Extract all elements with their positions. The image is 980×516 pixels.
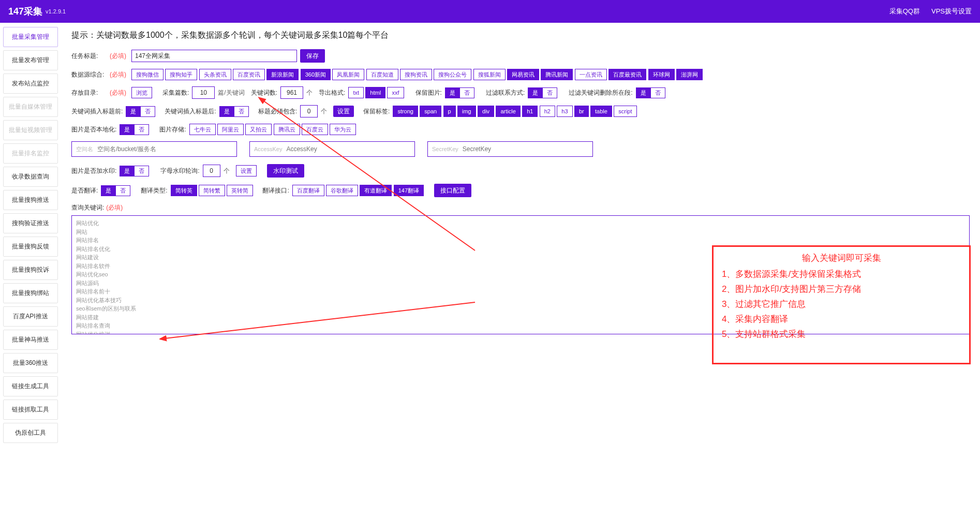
watermark-rotation-input[interactable] — [203, 165, 220, 177]
link-qq-group[interactable]: 采集QQ群 — [889, 7, 920, 16]
sidebar-item-0[interactable]: 批量采集管理 — [3, 27, 58, 47]
bucket-field[interactable]: 空间名 — [71, 141, 237, 157]
translate-type-1[interactable]: 简转繁 — [199, 185, 225, 196]
title-must-count-input[interactable] — [300, 105, 318, 117]
translate-type-2[interactable]: 英转简 — [227, 185, 253, 196]
keep-tag-7[interactable]: h2 — [540, 106, 555, 117]
watermark-否[interactable]: 否 — [135, 166, 149, 176]
sidebar-item-13[interactable]: 批量神马推送 — [3, 330, 58, 350]
keep-tag-10[interactable]: table — [590, 106, 612, 117]
source-tag-7[interactable]: 百度知道 — [366, 69, 398, 80]
keep-tag-4[interactable]: div — [478, 106, 494, 117]
source-tag-13[interactable]: 一点资讯 — [575, 69, 607, 80]
keep-tag-6[interactable]: h1 — [522, 106, 538, 117]
translate-config-button[interactable]: 接口配置 — [434, 184, 471, 197]
source-tag-4[interactable]: 新浪新闻 — [266, 69, 299, 80]
sidebar-item-14[interactable]: 批量360推送 — [3, 353, 58, 373]
translate-api-3[interactable]: 147翻译 — [394, 185, 424, 196]
filter-contact-是[interactable]: 是 — [528, 87, 543, 98]
source-tag-14[interactable]: 百度最资讯 — [608, 69, 646, 80]
source-tag-12[interactable]: 腾讯新闻 — [541, 69, 573, 80]
keep-tag-0[interactable]: strong — [393, 106, 418, 117]
translate-api-0[interactable]: 百度翻译 — [292, 185, 324, 196]
insert-before-是[interactable]: 是 — [126, 106, 141, 117]
image-store-4[interactable]: 百度云 — [302, 124, 328, 135]
translate-api-1[interactable]: 谷歌翻译 — [326, 185, 358, 196]
keep-tag-5[interactable]: article — [496, 106, 520, 117]
export-format-2[interactable]: xxf — [387, 87, 404, 98]
keep-tag-1[interactable]: span — [420, 106, 441, 117]
source-tag-10[interactable]: 搜狐新闻 — [473, 69, 506, 80]
title-must-set-button[interactable]: 设置 — [333, 106, 354, 117]
sidebar-item-8[interactable]: 搜狗验证推送 — [3, 213, 58, 233]
accesskey-field[interactable]: AccessKey — [249, 141, 415, 157]
image-localize-是[interactable]: 是 — [120, 124, 135, 135]
insert-before-否[interactable]: 否 — [141, 106, 155, 117]
export-format-0[interactable]: txt — [348, 87, 364, 98]
keep-tag-3[interactable]: img — [457, 106, 476, 117]
keep-tag-8[interactable]: h3 — [557, 106, 572, 117]
source-tag-15[interactable]: 环球网 — [648, 69, 675, 80]
filter-kw-del-是[interactable]: 是 — [636, 87, 651, 98]
source-tag-8[interactable]: 搜狗资讯 — [400, 69, 432, 80]
link-vps-dial[interactable]: VPS拨号设置 — [931, 7, 972, 16]
insert-after-否[interactable]: 否 — [234, 106, 249, 117]
insert-after-是[interactable]: 是 — [219, 106, 234, 117]
watermark-set-button[interactable]: 设置 — [236, 165, 257, 176]
sidebar-item-7[interactable]: 批量搜狗推送 — [3, 190, 58, 210]
task-title-input[interactable] — [131, 50, 297, 62]
insert-after-label: 关键词插入标题后: — [165, 107, 216, 116]
filter-kw-del-否[interactable]: 否 — [651, 87, 665, 98]
image-store-1[interactable]: 阿里云 — [217, 124, 244, 135]
image-store-5[interactable]: 华为云 — [330, 124, 356, 135]
keep-tags-label: 保留标签: — [363, 107, 390, 116]
sidebar-item-1[interactable]: 批量发布管理 — [3, 50, 58, 70]
sidebar-item-9[interactable]: 批量搜狗反馈 — [3, 237, 58, 257]
browse-button[interactable]: 浏览 — [131, 87, 152, 98]
keep-tag-9[interactable]: br — [574, 106, 589, 117]
keep-image-否[interactable]: 否 — [460, 87, 474, 98]
image-localize-否[interactable]: 否 — [135, 124, 149, 135]
source-tag-2[interactable]: 头条资讯 — [199, 69, 231, 80]
sidebar-item-16[interactable]: 链接抓取工具 — [3, 400, 58, 420]
source-tag-1[interactable]: 搜狗知乎 — [165, 69, 197, 80]
sidebar-item-17[interactable]: 伪原创工具 — [3, 423, 58, 443]
source-tag-9[interactable]: 搜狗公众号 — [434, 69, 471, 80]
translate-是[interactable]: 是 — [101, 185, 116, 196]
keep-tag-11[interactable]: script — [614, 106, 636, 117]
sidebar-item-10[interactable]: 批量搜狗投诉 — [3, 260, 58, 280]
watermark-是[interactable]: 是 — [120, 166, 135, 176]
keep-image-是[interactable]: 是 — [445, 87, 460, 98]
keep-tag-2[interactable]: p — [443, 106, 456, 117]
source-tag-16[interactable]: 澎湃网 — [676, 69, 703, 80]
translate-type-0[interactable]: 简转英 — [171, 185, 197, 196]
export-format-1[interactable]: html — [365, 87, 385, 98]
bucket-input[interactable] — [97, 145, 232, 153]
source-tag-6[interactable]: 凤凰新闻 — [332, 69, 364, 80]
translate-api-2[interactable]: 有道翻译 — [360, 185, 392, 196]
watermark-test-button[interactable]: 水印测试 — [267, 164, 304, 178]
source-tag-3[interactable]: 百度资讯 — [233, 69, 265, 80]
image-store-2[interactable]: 又拍云 — [245, 124, 272, 135]
image-store-0[interactable]: 七牛云 — [189, 124, 216, 135]
sidebar-item-15[interactable]: 链接生成工具 — [3, 376, 58, 396]
query-keywords-required: (必填) — [106, 203, 123, 212]
image-store-3[interactable]: 腾讯云 — [274, 124, 300, 135]
collect-count-input[interactable] — [192, 86, 215, 99]
translate-api-label: 翻译接口: — [262, 186, 289, 195]
sidebar-item-6[interactable]: 收录数据查询 — [3, 167, 58, 187]
sidebar-item-3: 批量自媒体管理 — [3, 97, 58, 117]
accesskey-input[interactable] — [286, 145, 410, 153]
source-tag-11[interactable]: 网易资讯 — [507, 69, 539, 80]
save-button[interactable]: 保存 — [300, 49, 325, 63]
keyword-count-input[interactable] — [280, 86, 303, 99]
secretkey-field[interactable]: SecretKey — [427, 141, 593, 157]
sidebar-item-2[interactable]: 发布站点监控 — [3, 73, 58, 94]
translate-否[interactable]: 否 — [116, 185, 130, 196]
sidebar-item-12[interactable]: 百度API推送 — [3, 306, 58, 327]
sidebar-item-11[interactable]: 批量搜狗绑站 — [3, 283, 58, 303]
filter-contact-否[interactable]: 否 — [543, 87, 557, 98]
source-tag-0[interactable]: 搜狗微信 — [131, 69, 164, 80]
source-tag-5[interactable]: 360新闻 — [301, 69, 331, 80]
secretkey-input[interactable] — [463, 145, 588, 153]
